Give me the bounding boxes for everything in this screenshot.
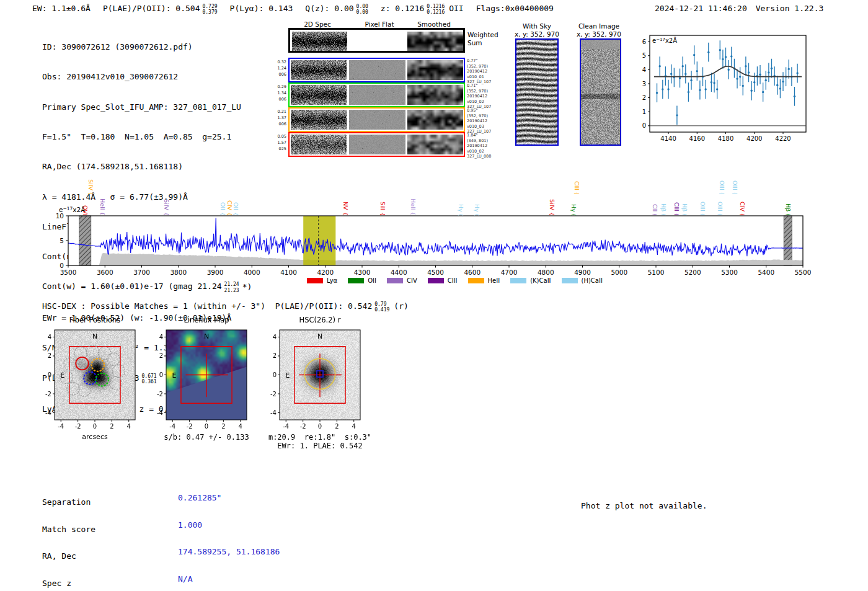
svg-text:0: 0 — [642, 122, 646, 129]
svg-text:3: 3 — [642, 81, 646, 87]
legend-item: HeII — [468, 277, 500, 284]
exposure-row — [288, 58, 465, 82]
exposure-smoothed-image — [407, 135, 463, 154]
svg-text:5200: 5200 — [684, 269, 701, 276]
z-range: 0.12160.1216 — [427, 4, 445, 15]
legend-swatch — [428, 278, 444, 283]
row-meta: v010_03 — [467, 124, 491, 130]
legend-swatch — [510, 278, 526, 283]
row-meta: 20190412 — [467, 69, 491, 74]
svg-text:5: 5 — [642, 52, 646, 59]
svg-text:-4: -4 — [270, 409, 277, 416]
row-stat: 1.34 — [272, 91, 286, 97]
photz-note: Phot z plot not available. — [581, 501, 707, 510]
ew-value: EW: 1.1±0.6Å — [32, 4, 91, 13]
svg-text:-2: -2 — [187, 423, 193, 430]
svg-text:4: 4 — [642, 66, 646, 73]
qz-hi: 0.00 — [356, 4, 368, 9]
svg-text:4180: 4180 — [718, 135, 733, 142]
with-sky-title: With Sky x, y: 352, 970 — [510, 22, 564, 38]
svg-text:0: 0 — [205, 423, 208, 430]
fiber-positions-panel: Fiber Positions -4-4-2-2002244NE arcsecs — [34, 312, 143, 455]
exposure-2dspec-image — [291, 60, 347, 80]
svg-text:6: 6 — [642, 38, 646, 45]
row-right-labels: 0.71"(352, 970)20190412v010_02327_LU_107 — [467, 83, 491, 110]
legend-label: CIV — [407, 277, 417, 284]
svg-text:2: 2 — [110, 423, 113, 430]
svg-text:N: N — [204, 332, 209, 340]
info-line: Primary Spec_Slot_IFU_AMP: 327_081_017_L… — [42, 102, 252, 112]
weighted-label-line: Sum — [467, 39, 498, 47]
info-line: Obs: 20190412v010_3090072612 — [42, 72, 252, 82]
z-value: z: 0.1216 — [381, 4, 424, 13]
svg-text:4100: 4100 — [280, 269, 297, 276]
svg-text:-4: -4 — [157, 409, 163, 416]
row-meta: 20190412 — [467, 143, 491, 149]
row-meta: 20190412 — [467, 94, 491, 99]
row-meta: 327_LU_088 — [467, 154, 491, 159]
svg-text:0: 0 — [48, 371, 51, 378]
row-left-labels: 0.211.37006 — [272, 109, 286, 127]
legend-label: HeII — [488, 277, 500, 284]
svg-text:-2: -2 — [270, 391, 277, 398]
svg-text:3700: 3700 — [133, 269, 150, 276]
svg-text:4: 4 — [127, 423, 131, 430]
datetime: 2024-12-21 11:46:20 — [655, 4, 747, 13]
hsc-dex-match-line: HSC-DEX : Possible Matches = 1 (within +… — [42, 301, 409, 313]
legend-label: Lyα — [327, 277, 337, 284]
svg-text:3500: 3500 — [60, 269, 77, 276]
legend-label: (K)CaII — [530, 277, 551, 284]
svg-text:-4: -4 — [58, 423, 64, 430]
match-value: N/A — [178, 575, 280, 584]
svg-text:4200: 4200 — [317, 269, 334, 276]
with-sky-coords: x, y: 352, 970 — [510, 30, 564, 38]
svg-text:2: 2 — [273, 352, 277, 359]
svg-text:4900: 4900 — [574, 269, 591, 276]
svg-text:0: 0 — [60, 262, 64, 269]
legend-label: (H)CaII — [582, 277, 603, 284]
row-stat: 0.05 — [272, 134, 286, 140]
svg-text:5300: 5300 — [721, 269, 738, 276]
header-datetime: 2024-12-21 11:46:20Version 1.22.3 — [655, 4, 823, 13]
svg-text:-2: -2 — [157, 391, 163, 398]
exposure-pixelflat-image — [349, 85, 405, 105]
legend-item: CIV — [387, 277, 417, 284]
plya-value: P(Lyα): 0.143 — [230, 4, 293, 13]
clean-image — [580, 38, 621, 146]
flags-value: Flags:0x00400009 — [476, 4, 554, 13]
legend-item: CIII — [428, 277, 458, 284]
svg-text:5400: 5400 — [758, 269, 774, 276]
match-label: Separation — [42, 498, 115, 507]
svg-text:4800: 4800 — [538, 269, 554, 276]
hsc-caption: EWr: 1. PLAE: 0.542 — [259, 442, 381, 450]
row-stat: 1.24 — [272, 66, 286, 72]
header-summary-line: EW: 1.1±0.6ÅP(LAE)/P(OII): 0.5040.7290.3… — [32, 4, 554, 15]
legend-swatch — [307, 278, 323, 283]
svg-text:N: N — [317, 332, 322, 340]
exposure-pixelflat-image — [349, 60, 405, 80]
svg-text:-2: -2 — [45, 391, 51, 398]
exposure-2dspec-image — [291, 85, 347, 105]
z-type: OII — [449, 4, 463, 13]
row-meta: v010_02 — [467, 149, 491, 154]
svg-text:-4: -4 — [169, 423, 175, 430]
svg-text:2: 2 — [159, 352, 163, 359]
clean-image-title: Clean Image x, y: 352, 970 — [572, 22, 626, 38]
line-fit-errorbar-chart: 012345641404160418042004220e−17x2Å — [639, 28, 837, 149]
legend-item: Lyα — [307, 277, 337, 284]
weighted-sum-label: Weighted Sum — [467, 31, 498, 47]
legend-item: OII — [348, 277, 376, 284]
svg-text:4200: 4200 — [746, 135, 762, 142]
hsc-xlabel: m:20.9 re:1.8" s:0.3" — [259, 433, 381, 442]
svg-text:4300: 4300 — [354, 269, 371, 276]
fiber-xlabel: arcsecs — [34, 433, 156, 441]
version: Version 1.22.3 — [756, 4, 824, 13]
with-sky-title-line: With Sky — [510, 22, 564, 30]
weighted-2dspec-image — [292, 32, 347, 51]
plae-hi: 0.729 — [202, 4, 217, 9]
svg-text:0: 0 — [159, 371, 163, 378]
svg-text:4700: 4700 — [501, 269, 518, 276]
exposure-row — [288, 132, 465, 157]
z-lo: 0.1216 — [427, 9, 445, 15]
row-stat: 0.21 — [272, 109, 286, 115]
